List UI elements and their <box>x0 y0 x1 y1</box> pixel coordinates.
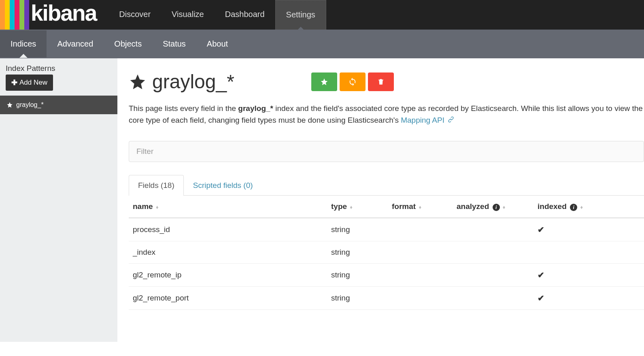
logo-stripe <box>15 0 19 30</box>
logo-stripe <box>24 0 29 30</box>
page-title: graylog_* <box>129 70 234 93</box>
cell-analyzed <box>453 241 533 264</box>
cell-indexed: ✔ <box>533 218 644 241</box>
info-icon: i <box>570 204 577 211</box>
col-analyzed[interactable]: analyzed i ♦ <box>453 196 533 218</box>
logo-stripe <box>19 0 24 30</box>
check-icon: ✔ <box>538 271 544 279</box>
field-tabs: Fields (18) Scripted fields (0) <box>129 175 644 196</box>
cell-name: gl2_remote_ip <box>129 264 327 287</box>
cell-name: gl2_remote_port <box>129 287 327 310</box>
cell-indexed <box>533 241 644 264</box>
main-content: graylog_* <box>117 58 644 342</box>
logo-stripe <box>10 0 15 30</box>
sort-icon: ♦ <box>419 204 421 210</box>
col-format[interactable]: format ♦ <box>388 196 453 218</box>
sort-icon: ♦ <box>580 204 583 210</box>
page-title-row: graylog_* <box>129 70 644 93</box>
cell-format <box>388 241 453 264</box>
cell-analyzed <box>453 264 533 287</box>
cell-name: process_id <box>129 218 327 241</box>
pattern-label: graylog_* <box>16 101 44 109</box>
tab-scripted-fields[interactable]: Scripted fields (0) <box>184 175 262 196</box>
mapping-api-link[interactable]: Mapping API <box>401 116 444 124</box>
check-icon: ✔ <box>538 225 544 234</box>
desc-prefix: This page lists every field in the <box>129 104 238 113</box>
delete-button[interactable] <box>368 72 394 91</box>
cell-indexed: ✔ <box>533 264 644 287</box>
desc-bold: graylog_* <box>238 104 273 113</box>
cell-indexed: ✔ <box>533 287 644 310</box>
cell-analyzed <box>453 287 533 310</box>
refresh-button[interactable] <box>340 72 366 91</box>
action-buttons <box>311 72 394 91</box>
star-icon <box>6 102 13 108</box>
cell-type: string <box>327 241 388 264</box>
table-row[interactable]: gl2_remote_portstring✔ <box>129 287 644 310</box>
top-nav-visualize[interactable]: Visualize <box>161 0 215 30</box>
top-nav-settings[interactable]: Settings <box>275 0 326 30</box>
logo-stripes <box>0 0 29 30</box>
logo-text: kibana <box>29 0 100 30</box>
link-icon <box>448 116 454 123</box>
fields-table: name ♦ type ♦ format ♦ analyzed i ♦ <box>129 196 644 310</box>
star-icon <box>320 78 328 86</box>
sidebar-header-area: Index Patterns ✚ Add New <box>0 58 117 96</box>
plus-icon: ✚ <box>11 78 17 87</box>
cell-type: string <box>327 218 388 241</box>
sub-nav-status[interactable]: Status <box>152 30 196 58</box>
top-nav: kibana DiscoverVisualizeDashboardSetting… <box>0 0 644 30</box>
check-icon: ✔ <box>538 294 544 303</box>
sub-nav-advanced[interactable]: Advanced <box>47 30 104 58</box>
cell-format <box>388 218 453 241</box>
col-name[interactable]: name ♦ <box>129 196 327 218</box>
top-nav-items: DiscoverVisualizeDashboardSettings <box>108 0 326 30</box>
col-indexed[interactable]: indexed i ♦ <box>533 196 644 218</box>
add-new-button[interactable]: ✚ Add New <box>6 75 53 91</box>
logo-stripe <box>5 0 10 30</box>
sub-nav-about[interactable]: About <box>196 30 238 58</box>
cell-analyzed <box>453 218 533 241</box>
sort-icon: ♦ <box>156 204 159 210</box>
sort-icon: ♦ <box>503 204 506 210</box>
top-nav-dashboard[interactable]: Dashboard <box>215 0 275 30</box>
top-nav-discover[interactable]: Discover <box>108 0 161 30</box>
refresh-icon <box>348 77 357 86</box>
page-title-text: graylog_* <box>152 70 234 93</box>
sidebar: Index Patterns ✚ Add New graylog_* <box>0 58 117 342</box>
sub-nav: IndicesAdvancedObjectsStatusAbout <box>0 30 644 58</box>
cell-format <box>388 264 453 287</box>
sub-nav-objects[interactable]: Objects <box>104 30 152 58</box>
sidebar-header-label: Index Patterns <box>6 64 112 73</box>
col-type[interactable]: type ♦ <box>327 196 388 218</box>
table-row[interactable]: _indexstring <box>129 241 644 264</box>
trash-icon <box>377 78 385 86</box>
cell-name: _index <box>129 241 327 264</box>
page-description: This page lists every field in the grayl… <box>129 102 644 126</box>
info-icon: i <box>493 204 500 211</box>
logo-stripe <box>0 0 5 30</box>
cell-type: string <box>327 264 388 287</box>
table-row[interactable]: process_idstring✔ <box>129 218 644 241</box>
sub-nav-indices[interactable]: Indices <box>0 30 47 58</box>
tab-fields[interactable]: Fields (18) <box>129 175 184 196</box>
cell-type: string <box>327 287 388 310</box>
filter-input[interactable] <box>129 141 644 162</box>
set-default-button[interactable] <box>311 72 337 91</box>
sort-icon: ♦ <box>350 204 353 210</box>
cell-format <box>388 287 453 310</box>
sidebar-pattern-item[interactable]: graylog_* <box>0 96 117 114</box>
add-new-label: Add New <box>19 79 47 87</box>
star-icon <box>129 73 147 91</box>
table-row[interactable]: gl2_remote_ipstring✔ <box>129 264 644 287</box>
